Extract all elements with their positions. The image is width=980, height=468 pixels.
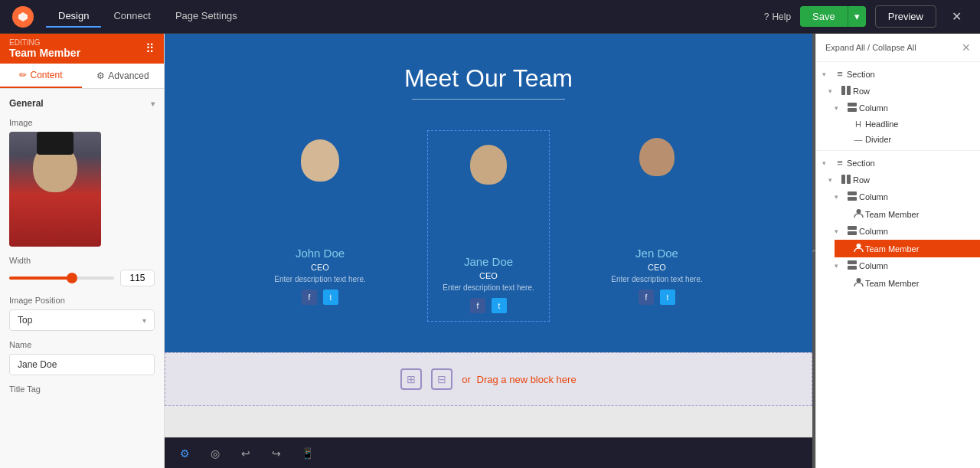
tree-chevron-icon: ▾ [822,70,833,78]
drop-zone[interactable]: ⊞ ⊟ or Drag a new block here [165,352,812,406]
tree-chevron-icon: ▾ [835,262,845,270]
tree-item-column-9[interactable]: ▾Column [828,223,980,240]
add-block-icon-1[interactable]: ⊞ [400,368,422,390]
tree-type-icon: ≡ [833,68,847,80]
name-input[interactable] [9,354,155,375]
slider-thumb[interactable] [67,273,77,283]
collapse-toggle[interactable]: ‹ [812,34,815,468]
member-photo-john [278,130,362,237]
top-nav: Design Connect Page Settings ? Help Save… [0,0,980,34]
toolbar-device-icon[interactable]: 📱 [296,443,318,464]
tree-type-icon [845,191,859,202]
image-position-dropdown[interactable]: Top ▾ [9,309,155,331]
tree-type-icon [851,208,865,220]
team-member-jen[interactable]: Jen Doe CEO Enter description text here.… [596,130,718,305]
tree-item-label: Section [847,70,875,79]
tree-item-label: Team Member [865,279,919,288]
svg-point-11 [856,244,861,248]
twitter-icon-jane[interactable]: t [492,298,507,313]
facebook-icon-jane[interactable]: f [470,298,485,313]
member-name-jane: Jane Doe [436,255,541,268]
save-button[interactable]: Save [800,6,848,27]
tab-advanced[interactable]: ⚙ Advanced [82,64,164,88]
tree-item-label: Team Member [865,210,919,219]
close-button[interactable]: ✕ [946,6,968,27]
tree-chevron-icon: ▾ [828,176,839,184]
tree-item-column-11[interactable]: ▾Column [828,257,980,274]
tree-type-icon [839,86,853,97]
tree-item-section-0[interactable]: ▾≡Section [816,65,980,83]
member-desc-john: Enter description text here. [259,275,381,283]
tree-item-column-7[interactable]: ▾Column [828,188,980,205]
tab-content[interactable]: ✏ Content [0,64,82,88]
image-position-label: Image Position [9,296,155,305]
right-panel: Expand All / Collapse All ✕ ▾≡Section▾Ro… [815,34,980,468]
tree-item-headline-3[interactable]: HHeadline [835,116,980,132]
team-member-jane[interactable]: Jane Doe CEO Enter description text here… [427,130,550,322]
tree-chevron-icon: ▾ [835,227,845,235]
tree-item-label: Divider [865,135,891,144]
tree-item-divider-4[interactable]: —Divider [835,132,980,147]
tree-item-column-2[interactable]: ▾Column [828,100,980,116]
facebook-icon-john[interactable]: f [302,290,317,305]
settings-icon: ⚙ [96,70,105,81]
tree-item-label: Column [859,227,888,236]
tree-type-icon: H [851,119,865,129]
general-section-title[interactable]: General ▾ [9,98,155,109]
help-button[interactable]: ? Help [764,11,791,22]
team-row: John Doe CEO Enter description text here… [180,130,797,322]
collapse-arrow-icon: ‹ [810,250,818,252]
tree-item-label: Row [853,175,870,185]
tab-design[interactable]: Design [46,5,101,28]
tab-connect[interactable]: Connect [101,5,162,28]
bottom-toolbar: ⚙ ◎ ↩ ↪ 📱 [165,437,812,468]
twitter-icon-jen[interactable]: t [660,290,675,305]
svg-rect-6 [848,191,857,195]
image-label: Image [9,118,155,127]
svg-rect-9 [848,226,857,230]
member-photo-jane [446,139,531,246]
toolbar-settings-icon[interactable]: ⚙ [174,443,195,464]
title-tag-label: Title Tag [9,385,155,394]
expand-collapse-label[interactable]: Expand All / Collapse All [825,43,916,52]
image-preview[interactable] [9,132,101,247]
width-slider-row [9,270,155,286]
member-role-john: CEO [259,263,381,272]
tree-item-row-1[interactable]: ▾Row [822,83,980,100]
tree: ▾≡Section▾Row▾ColumnHHeadline—Divider▾≡S… [816,62,980,295]
width-slider-track[interactable] [9,277,114,280]
tab-page-settings[interactable]: Page Settings [163,5,250,28]
tree-item-label: Section [847,159,875,168]
blue-section: Meet Our Team John Doe CEO Enter descrip… [165,34,812,352]
tree-chevron-icon: ▾ [822,159,833,167]
tree-separator-4 [816,150,980,151]
svg-rect-2 [848,103,857,106]
tree-item-label: Team Member [865,244,919,254]
facebook-icon-jen[interactable]: f [639,290,654,305]
svg-rect-0 [841,86,845,95]
tree-item-team_member-8[interactable]: Team Member [835,205,980,223]
tree-type-icon [845,260,859,271]
toolbar-redo-icon[interactable]: ↪ [266,443,287,464]
width-input[interactable] [120,270,155,286]
svg-rect-4 [841,175,845,184]
toolbar-undo-icon[interactable]: ↩ [235,443,256,464]
svg-rect-3 [848,108,857,112]
tree-item-section-5[interactable]: ▾≡Section [816,154,980,172]
tree-type-icon [839,175,853,185]
tree-type-icon [851,277,865,289]
preview-button[interactable]: Preview [875,5,936,28]
tree-chevron-icon: ▾ [835,104,845,112]
member-name-jen: Jen Doe [596,247,718,260]
toolbar-circle-icon[interactable]: ◎ [204,443,226,464]
team-member-john[interactable]: John Doe CEO Enter description text here… [259,130,381,305]
tree-item-row-6[interactable]: ▾Row [822,172,980,188]
tree-item-team_member-12[interactable]: Team Member [835,274,980,292]
close-panel-icon[interactable]: ✕ [962,41,971,54]
save-dropdown-button[interactable]: ▾ [848,6,866,27]
tree-item-team_member-10[interactable]: Team Member [835,240,980,257]
twitter-icon-john[interactable]: t [323,290,338,305]
panel-dots-icon[interactable]: ⠿ [145,41,155,56]
left-panel: EDITING Team Member ⠿ ✏ Content ⚙ Advanc… [0,34,165,468]
add-block-icon-2[interactable]: ⊟ [431,368,452,390]
